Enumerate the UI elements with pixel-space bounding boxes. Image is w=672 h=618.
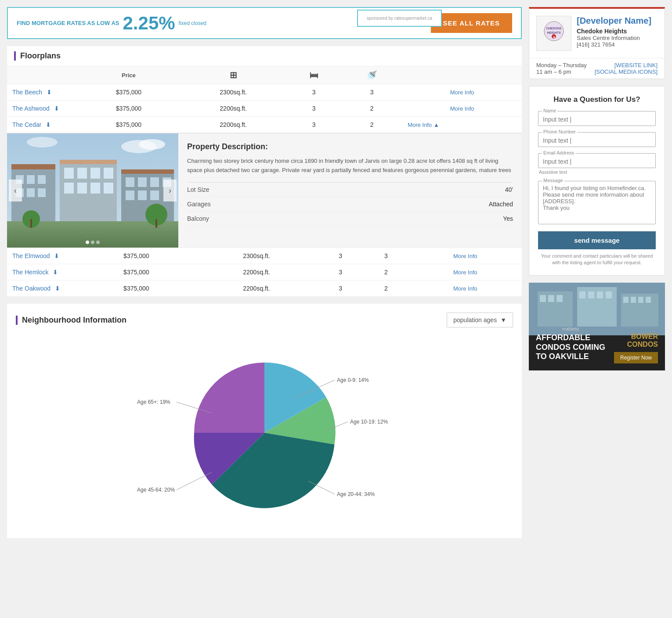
- message-textarea[interactable]: [543, 185, 651, 220]
- download-icon-ashwood[interactable]: ⬇: [54, 105, 59, 112]
- name-field-wrapper: Name: [538, 111, 656, 126]
- svg-rect-28: [138, 190, 147, 200]
- fp-sqft-cedar: 2200sq.ft.: [180, 117, 287, 133]
- dot-3[interactable]: [96, 241, 100, 244]
- ad-register-button[interactable]: Register Now: [614, 352, 658, 363]
- pie-label-65plus: Age 65+: 19%: [137, 399, 170, 405]
- property-image: [7, 133, 178, 248]
- privacy-text: Your comment and contact particulars wil…: [538, 253, 656, 266]
- developer-hours-line1: Monday – Thursday: [536, 62, 587, 68]
- image-prev-button[interactable]: ‹: [9, 180, 22, 201]
- more-info-elmwood[interactable]: More Info: [453, 253, 477, 259]
- developer-social-link[interactable]: [SOCIAL MEDIA ICONS]: [595, 68, 658, 75]
- download-icon-hemlock[interactable]: ⬇: [53, 269, 58, 276]
- more-info-oakwood[interactable]: More Info: [453, 285, 477, 292]
- download-icon-cedar[interactable]: ⬇: [46, 121, 51, 128]
- email-input[interactable]: [543, 157, 651, 165]
- contact-form-title: Have a Question for Us?: [538, 95, 656, 104]
- svg-rect-12: [60, 160, 117, 164]
- population-ages-dropdown[interactable]: population ages ▼: [447, 313, 513, 327]
- fp-beds-ashwood: 3: [286, 101, 341, 117]
- developer-sales-label: Sales Centre Information: [577, 35, 658, 41]
- pie-line-45-64: [177, 472, 212, 490]
- fp-name-cedar[interactable]: The Cedar: [12, 121, 41, 128]
- svg-rect-6: [38, 175, 46, 184]
- email-field-wrapper: Email Address: [538, 153, 656, 168]
- fp-sqft-hemlock: 2200sq.ft.: [195, 264, 318, 280]
- table-row: The Cedar ⬇ $375,000 2200sq.ft. 3 2 More…: [7, 117, 522, 133]
- email-field-group: Email Address Assistive text: [538, 153, 656, 175]
- send-message-button[interactable]: send message: [538, 231, 656, 249]
- svg-rect-25: [150, 177, 159, 187]
- fp-price-oakwood: $375,000: [77, 280, 195, 297]
- ad-brand: BOWERCONDOS: [614, 333, 658, 349]
- table-row: The Oakwood ⬇ $375,000 2200sq.ft. 3 2 Mo…: [7, 280, 522, 297]
- image-next-button[interactable]: ›: [163, 180, 177, 201]
- download-icon-oakwood[interactable]: ⬇: [55, 285, 60, 292]
- mortgage-banner: sponsored by ratesupermarket.ca FIND MOR…: [7, 7, 522, 39]
- svg-rect-51: [597, 291, 603, 298]
- table-row: The Elmwood ⬇ $375,000 2300sq.ft. 3 3 Mo…: [7, 248, 522, 264]
- more-info-cedar[interactable]: More Info ▲: [408, 122, 517, 128]
- fp-name-hemlock[interactable]: The Hemlock: [12, 269, 48, 276]
- svg-rect-5: [27, 175, 35, 184]
- more-info-beech[interactable]: More Info: [450, 89, 474, 96]
- svg-rect-54: [631, 297, 636, 303]
- dot-1[interactable]: [86, 241, 89, 244]
- more-info-hemlock[interactable]: More Info: [453, 269, 477, 276]
- fp-name-oakwood[interactable]: The Oakwood: [12, 285, 51, 292]
- lower-floorplans-table: The Elmwood ⬇ $375,000 2300sq.ft. 3 3 Mo…: [7, 248, 522, 297]
- neighbourhood-section: Neighbourhood Information population age…: [7, 304, 522, 538]
- developer-hours-row: Monday – Thursday 11 am – 6 pm [WEBSITE …: [529, 58, 665, 79]
- pie-label-45-64: Age 45-64: 20%: [137, 487, 175, 493]
- chevron-right-icon: ›: [169, 186, 171, 195]
- svg-rect-8: [27, 188, 35, 197]
- message-field-wrapper: Message: [538, 181, 656, 224]
- svg-rect-52: [606, 291, 612, 298]
- fp-price-elmwood: $375,000: [77, 248, 195, 264]
- col-beds-icon: 🛏: [286, 66, 341, 84]
- developer-logo: CHEDOKE HEIGHTS ⊕: [536, 16, 571, 51]
- property-description-text: Charming two storey brick century home c…: [187, 157, 513, 175]
- fp-price-beech: $375,000: [77, 84, 180, 101]
- fp-price-ashwood: $375,000: [77, 101, 180, 117]
- ad-banner: mattamy AFFORDABLECONDOS COMINGTO OAKVIL…: [529, 283, 665, 370]
- message-label: Message: [542, 178, 564, 183]
- name-field-group: Name: [538, 111, 656, 126]
- ad-content: mattamy AFFORDABLECONDOS COMINGTO OAKVIL…: [536, 327, 658, 363]
- more-info-ashwood[interactable]: More Info: [450, 105, 474, 112]
- spec-value-lot: 40': [505, 186, 513, 193]
- svg-point-35: [139, 139, 165, 150]
- svg-rect-47: [548, 295, 554, 302]
- spec-lot-size: Lot Size 40': [187, 183, 513, 197]
- svg-rect-32: [30, 219, 32, 228]
- developer-card: CHEDOKE HEIGHTS ⊕ [Developer Name] Chedo…: [529, 7, 665, 79]
- phone-input[interactable]: [543, 136, 651, 144]
- fp-name-elmwood[interactable]: The Elmwood: [12, 252, 50, 259]
- download-icon-beech[interactable]: ⬇: [47, 89, 52, 96]
- fp-baths-hemlock: 2: [363, 264, 409, 280]
- fp-price-cedar: $375,000: [77, 117, 180, 133]
- fp-beds-hemlock: 3: [318, 264, 363, 280]
- download-icon-elmwood[interactable]: ⬇: [54, 252, 59, 259]
- svg-point-36: [27, 137, 58, 147]
- property-image-container: ‹ ›: [7, 133, 178, 248]
- fp-price-hemlock: $375,000: [77, 264, 195, 280]
- see-rates-button[interactable]: SEE ALL RATES: [431, 13, 512, 33]
- developer-website-link[interactable]: [WEBSITE LINK]: [595, 62, 658, 68]
- svg-rect-10: [11, 164, 55, 169]
- name-input[interactable]: [543, 115, 651, 123]
- svg-rect-18: [77, 183, 87, 194]
- spec-value-garages: Attached: [489, 201, 513, 208]
- fp-name-ashwood[interactable]: The Ashwood: [12, 105, 50, 112]
- phone-label: Phone Number: [542, 129, 577, 134]
- table-row: The Beech ⬇ $375,000 2300sq.ft. 3 3 More…: [7, 84, 522, 101]
- fp-beds-beech: 3: [286, 84, 341, 101]
- fp-name-beech[interactable]: The Beech: [12, 89, 42, 96]
- phone-field-group: Phone Number: [538, 132, 656, 147]
- developer-phone: [416] 321 7654: [577, 41, 658, 48]
- mortgage-label: FIND MORTGAGE RATES AS LOW AS: [17, 20, 119, 26]
- neighbourhood-title: Neighbourhood Information: [16, 316, 126, 325]
- developer-name: [Developer Name]: [577, 16, 658, 26]
- dot-2[interactable]: [91, 241, 94, 244]
